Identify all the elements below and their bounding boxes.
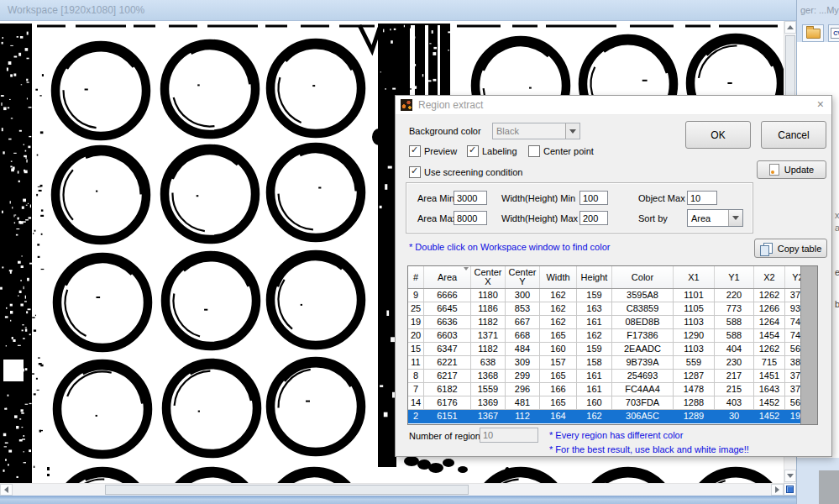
scroll-up-button[interactable]: [784, 21, 796, 34]
sort-by-select[interactable]: Area: [687, 209, 743, 227]
wh-max-input[interactable]: 200: [579, 211, 608, 225]
copy-table-button[interactable]: Copy table: [754, 239, 827, 258]
column-header[interactable]: #: [408, 266, 424, 289]
area-min-label: Area Min: [417, 193, 454, 203]
dialog-titlebar[interactable]: Region extract ×: [396, 96, 831, 115]
object-max-label: Object Max: [638, 193, 685, 203]
table-row[interactable]: 1162216383091571589B739A559230715387: [408, 356, 811, 370]
area-max-label: Area Max: [417, 213, 457, 223]
scroll-left-button[interactable]: [0, 484, 13, 496]
screen: Workspace [1920x1080] 100% ger: ...My T …: [0, 0, 839, 504]
clipped-text: a: [835, 223, 839, 233]
dialog-title: Region extract: [418, 99, 483, 111]
region-table-header[interactable]: #AreaCenter XCenter YWidthHeightColorX1Y…: [408, 266, 811, 289]
wh-max-label: Width(Height) Max: [501, 213, 578, 223]
update-icon: [769, 164, 779, 176]
workspace-title: Workspace [1920x1080] 100%: [8, 4, 144, 16]
preview-checkbox[interactable]: [409, 145, 421, 157]
clipped-text: el: [835, 267, 839, 277]
center-point-label: Center point: [543, 146, 594, 156]
table-row[interactable]: 9666611803001621593595A811012201262378: [408, 289, 811, 302]
object-max-input[interactable]: 10: [687, 191, 717, 205]
hscroll-thumb[interactable]: [105, 485, 469, 495]
sort-descending-icon: [464, 267, 469, 270]
note-bw-image: * For the best result, use black and whi…: [549, 444, 749, 454]
arrow-down-icon: [787, 474, 794, 478]
table-row[interactable]: 261511367112164162306A5C1289301452191: [408, 410, 811, 423]
update-button[interactable]: Update: [757, 160, 826, 179]
chevron-down-icon[interactable]: [565, 123, 579, 139]
column-header[interactable]: Center Y: [506, 266, 540, 289]
table-row[interactable]: 2066031371668165162F1738612905881454749: [408, 329, 811, 343]
background-color-label: Background color: [409, 126, 481, 136]
table-row[interactable]: 1461761369481165160703FDA12884031452562: [408, 396, 811, 410]
area-max-input[interactable]: 8000: [454, 211, 487, 225]
clipped-text: x: [835, 210, 839, 220]
arrow-right-icon: [775, 486, 779, 493]
sort-by-value: Area: [688, 213, 728, 223]
chevron-down-icon[interactable]: [728, 210, 742, 226]
scroll-down-button[interactable]: [784, 470, 796, 482]
preview-label: Preview: [424, 146, 457, 156]
arrow-left-icon: [4, 486, 8, 493]
ok-button[interactable]: OK: [685, 121, 751, 149]
area-min-input[interactable]: 3000: [454, 191, 487, 205]
number-of-regions-label: Number of regions: [409, 431, 485, 441]
table-scrollbar-filler: [800, 266, 817, 424]
app-icon: [401, 99, 412, 111]
pan-icon: [786, 486, 794, 493]
app-bottom-edge: [0, 496, 796, 504]
scroll-right-button[interactable]: [771, 484, 784, 496]
open-folder-button[interactable]: [802, 24, 824, 42]
clipped-text: b: [835, 299, 839, 309]
region-table-grid: #AreaCenter XCenter YWidthHeightColorX1Y…: [408, 266, 811, 423]
region-table: #AreaCenter XCenter YWidthHeightColorX1Y…: [407, 265, 818, 425]
horizontal-scrollbar[interactable]: [0, 483, 784, 496]
workspace-titlebar[interactable]: Workspace [1920x1080] 100%: [0, 0, 796, 21]
column-header[interactable]: Height: [577, 266, 612, 289]
wh-min-input[interactable]: 100: [579, 191, 608, 205]
pan-button[interactable]: [784, 483, 796, 496]
table-row[interactable]: 761821559296166161FC4AA414782151643375: [408, 383, 811, 396]
column-header[interactable]: Area: [424, 266, 471, 289]
screening-groupbox: Area Min 3000 Width(Height) Min 100 Obje…: [406, 182, 753, 234]
labeling-checkbox[interactable]: [467, 145, 479, 157]
table-row[interactable]: 86217136829916516125469312872171451377: [408, 370, 811, 383]
table-row[interactable]: 196636118266716216108ED8B11035881264748: [408, 316, 811, 329]
close-icon[interactable]: ×: [817, 97, 824, 111]
background-color-select[interactable]: Black: [492, 123, 580, 139]
sort-by-label: Sort by: [638, 213, 668, 223]
note-different-color: * Every region has different color: [549, 430, 683, 440]
arrow-up-icon: [787, 25, 794, 29]
wh-min-label: Width(Height) Min: [501, 193, 575, 203]
find-color-hint: * Double click on Workspace window to fi…: [409, 242, 610, 252]
center-point-checkbox[interactable]: [528, 145, 540, 157]
folder-icon: [806, 29, 821, 39]
cancel-button[interactable]: Cancel: [761, 121, 826, 149]
column-header[interactable]: Width: [540, 266, 577, 289]
labeling-label: Labeling: [482, 146, 517, 156]
column-header[interactable]: Y1: [715, 266, 754, 289]
use-screening-label: Use screening condition: [424, 167, 522, 177]
use-screening-checkbox[interactable]: [409, 166, 421, 178]
column-header[interactable]: X1: [674, 266, 715, 289]
table-row[interactable]: 2566451186853162163C8385911057731266935: [408, 302, 811, 316]
table-row[interactable]: 15634711824841601592EAADC11034041262562: [408, 343, 811, 356]
column-header[interactable]: X2: [754, 266, 785, 289]
region-extract-dialog: Region extract × Background color Black …: [395, 95, 832, 457]
cv-icon: CV: [831, 28, 839, 39]
number-of-regions-value: 10: [480, 428, 538, 443]
background-window-footer: [819, 470, 839, 504]
background-window-title: ger: ...My T: [800, 5, 839, 15]
cv-tool-button[interactable]: CV: [828, 24, 839, 42]
column-header[interactable]: Center X: [471, 266, 506, 289]
copy-icon: [763, 243, 773, 254]
background-color-value: Black: [493, 126, 565, 136]
column-header[interactable]: Color: [612, 266, 674, 289]
